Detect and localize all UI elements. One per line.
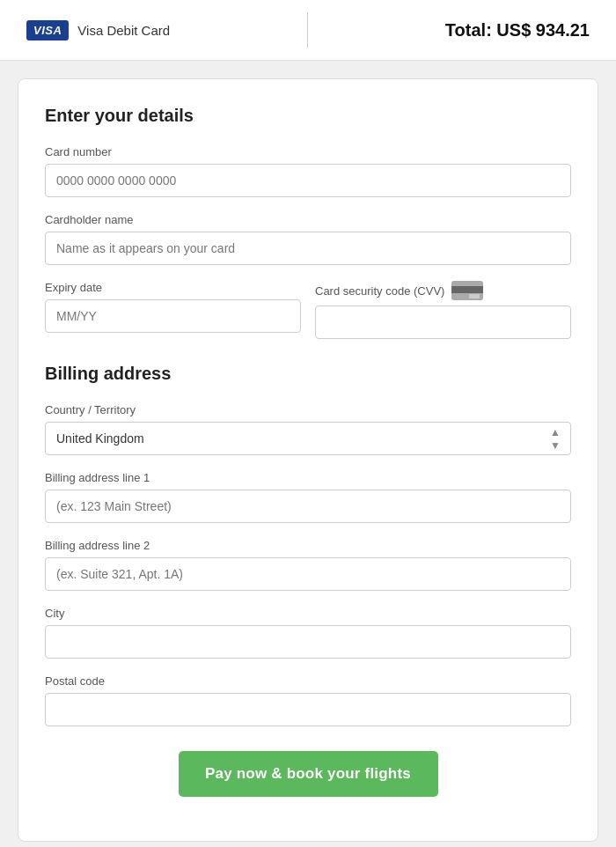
payment-form-card: Enter your details Card number Cardholde…	[18, 78, 598, 842]
country-group: Country / Territory United Kingdom Unite…	[45, 403, 571, 455]
postal-code-label: Postal code	[45, 674, 571, 688]
city-group: City	[45, 607, 571, 659]
cvv-label-row: Card security code (CVV)	[315, 281, 571, 300]
visa-logo: VISA	[26, 20, 69, 41]
cardholder-name-input[interactable]	[45, 232, 571, 265]
cvv-input[interactable]	[315, 306, 571, 339]
cvv-card-icon	[451, 281, 483, 300]
address-line2-label: Billing address line 2	[45, 539, 571, 552]
card-number-label: Card number	[45, 145, 571, 158]
payment-method-info: VISA Visa Debit Card	[26, 20, 170, 41]
country-select-wrapper[interactable]: United Kingdom United States Canada Aust…	[45, 422, 571, 455]
expiry-group: Expiry date	[45, 281, 301, 333]
expiry-col: Expiry date	[45, 281, 301, 355]
cardholder-name-group: Cardholder name	[45, 213, 571, 265]
address-line1-input[interactable]	[45, 490, 571, 523]
address-line2-input[interactable]	[45, 557, 571, 591]
pay-now-button[interactable]: Pay now & book your flights	[179, 751, 438, 797]
city-input[interactable]	[45, 625, 571, 659]
total-amount: Total: US$ 934.21	[445, 20, 590, 41]
postal-code-group: Postal code	[45, 674, 571, 726]
cardholder-name-label: Cardholder name	[45, 213, 571, 226]
city-label: City	[45, 607, 571, 620]
cvv-label: Card security code (CVV)	[315, 284, 444, 298]
country-select[interactable]: United Kingdom United States Canada Aust…	[45, 422, 571, 455]
expiry-input[interactable]	[45, 299, 301, 333]
pay-button-container: Pay now & book your flights	[45, 751, 571, 814]
address-line1-label: Billing address line 1	[45, 471, 571, 484]
address-line1-group: Billing address line 1	[45, 471, 571, 523]
page-header: VISA Visa Debit Card Total: US$ 934.21	[0, 0, 616, 61]
card-number-input[interactable]	[45, 164, 571, 197]
header-divider	[307, 12, 308, 48]
expiry-label: Expiry date	[45, 281, 301, 294]
address-line2-group: Billing address line 2	[45, 539, 571, 591]
cvv-group: Card security code (CVV)	[315, 281, 571, 339]
expiry-cvv-row: Expiry date Card security code (CVV)	[45, 281, 571, 355]
card-number-group: Card number	[45, 145, 571, 197]
country-label: Country / Territory	[45, 403, 571, 416]
postal-code-input[interactable]	[45, 693, 571, 726]
enter-details-title: Enter your details	[45, 106, 571, 126]
card-type-label: Visa Debit Card	[77, 23, 170, 38]
billing-address-title: Billing address	[45, 364, 571, 384]
cvv-col: Card security code (CVV)	[315, 281, 571, 355]
